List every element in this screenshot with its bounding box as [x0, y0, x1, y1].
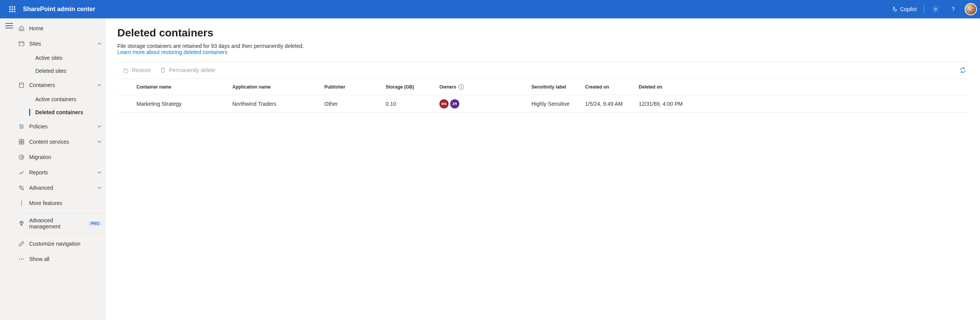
chevron-down-icon — [97, 185, 102, 190]
svg-rect-4 — [19, 139, 21, 141]
table-row[interactable]: Marketing Strategy Northwind Traders Oth… — [117, 95, 968, 113]
nav-containers-label: Containers — [29, 82, 97, 88]
header-divider — [924, 5, 924, 14]
nav-more-features[interactable]: More features — [18, 195, 105, 211]
sidebar-separator — [22, 233, 102, 234]
svg-point-1 — [953, 11, 953, 11]
owner-badge: ZR — [450, 99, 459, 108]
gear-icon — [932, 6, 939, 13]
nav-deleted-containers-label: Deleted containers — [35, 109, 83, 115]
window-icon — [18, 41, 25, 47]
nav-active-containers[interactable]: Active containers — [18, 93, 105, 106]
svg-rect-2 — [19, 42, 24, 46]
nav-home-label: Home — [29, 25, 102, 31]
more-icon — [18, 200, 25, 206]
nav-active-sites[interactable]: Active sites — [18, 51, 105, 64]
top-bar: SharePoint admin center Copilot — [0, 0, 980, 18]
nav-toggle-button[interactable] — [5, 23, 13, 28]
restore-button: Restore — [120, 66, 154, 75]
sidebar: Home Sites Active sites Deleted sites — [18, 18, 106, 320]
nav-sites[interactable]: Sites — [18, 36, 105, 51]
pro-badge: PRO — [88, 221, 102, 226]
nav-advanced-management[interactable]: Advanced management PRO — [18, 216, 105, 231]
chevron-up-icon — [97, 41, 102, 46]
app-launcher-button[interactable] — [3, 0, 21, 18]
col-deleted[interactable]: Deleted on — [639, 84, 708, 90]
nav-deleted-sites[interactable]: Deleted sites — [18, 64, 105, 77]
learn-more-link[interactable]: Learn more about restoring deleted conta… — [117, 49, 227, 55]
diamond-icon — [18, 220, 25, 226]
copilot-button[interactable]: Copilot — [888, 5, 920, 14]
restore-label: Restore — [132, 67, 151, 73]
nav-content-services-label: Content services — [29, 139, 97, 145]
nav-policies[interactable]: Policies — [18, 119, 105, 134]
cell-owners: MSZR — [439, 99, 531, 108]
cell-created: 1/5/24, 9:49 AM — [585, 101, 639, 107]
settings-button[interactable] — [928, 0, 943, 18]
nav-deleted-containers[interactable]: Deleted containers — [18, 106, 105, 119]
container-icon — [18, 82, 25, 88]
app-title: SharePoint admin center — [23, 6, 95, 13]
col-container-name[interactable]: Container name — [136, 84, 232, 90]
cell-container-name: Marketing Strategy — [136, 101, 232, 107]
col-created[interactable]: Created on — [585, 84, 639, 90]
page-description: File storage containers are retained for… — [117, 43, 304, 49]
svg-point-15 — [21, 259, 22, 259]
cell-sensitivity: Highly Sensitive — [531, 101, 585, 107]
permanently-delete-button: Permanently delete — [157, 66, 219, 75]
policies-icon — [18, 123, 25, 130]
nav-show-all[interactable]: Show all — [18, 251, 105, 267]
col-publisher[interactable]: Publisher — [324, 84, 386, 90]
nav-customize-navigation[interactable]: Customize navigation — [18, 236, 105, 251]
help-icon — [950, 6, 957, 13]
nav-home[interactable]: Home — [18, 21, 105, 36]
chevron-up-icon — [97, 83, 102, 87]
nav-content-services[interactable]: Content services — [18, 134, 105, 149]
chevron-down-icon — [97, 170, 102, 175]
nav-containers[interactable]: Containers — [18, 77, 105, 93]
svg-point-13 — [21, 205, 22, 205]
migration-icon — [18, 154, 25, 160]
cell-application-name: Northwind Traders — [232, 101, 324, 107]
svg-point-3 — [20, 83, 24, 84]
waffle-icon — [9, 6, 15, 12]
nav-reports-label: Reports — [29, 169, 97, 176]
toolbar: Restore Permanently delete — [117, 62, 968, 79]
home-icon — [18, 25, 25, 31]
nav-more-features-label: More features — [29, 200, 102, 206]
svg-point-16 — [23, 259, 24, 259]
svg-point-12 — [21, 203, 22, 203]
page-title: Deleted containers — [117, 27, 968, 39]
help-button[interactable] — [945, 0, 961, 18]
main-content: Deleted containers File storage containe… — [106, 18, 980, 320]
col-storage[interactable]: Storage (GB) — [386, 84, 439, 90]
nav-show-all-label: Show all — [29, 256, 102, 262]
info-icon[interactable]: i — [459, 84, 464, 90]
cell-deleted: 12/31/69, 4:00 PM — [639, 101, 708, 107]
cell-publisher: Other — [324, 101, 386, 107]
table-header: Container name Application name Publishe… — [117, 79, 968, 95]
svg-point-14 — [19, 259, 20, 259]
refresh-button[interactable] — [957, 64, 968, 76]
nav-reports[interactable]: Reports — [18, 165, 105, 180]
permanently-delete-label: Permanently delete — [169, 67, 215, 73]
sidebar-separator — [22, 213, 102, 213]
svg-rect-7 — [22, 142, 24, 144]
copilot-label: Copilot — [900, 6, 917, 12]
nav-advanced-management-label: Advanced management — [29, 217, 85, 230]
col-application-name[interactable]: Application name — [232, 84, 324, 90]
svg-point-9 — [20, 186, 21, 188]
col-owners[interactable]: Owners i — [439, 84, 531, 90]
restore-icon — [123, 67, 129, 73]
col-sensitivity[interactable]: Sensitivity label — [531, 84, 585, 90]
owner-badge: MS — [439, 99, 449, 108]
nav-active-containers-label: Active containers — [35, 96, 76, 102]
chevron-down-icon — [97, 124, 102, 129]
refresh-icon — [959, 67, 966, 74]
user-avatar[interactable] — [965, 3, 977, 15]
nav-migration[interactable]: Migration — [18, 149, 105, 165]
nav-policies-label: Policies — [29, 123, 97, 130]
svg-point-10 — [22, 188, 24, 190]
nav-advanced[interactable]: Advanced — [18, 180, 105, 195]
nav-customize-label: Customize navigation — [29, 241, 102, 247]
